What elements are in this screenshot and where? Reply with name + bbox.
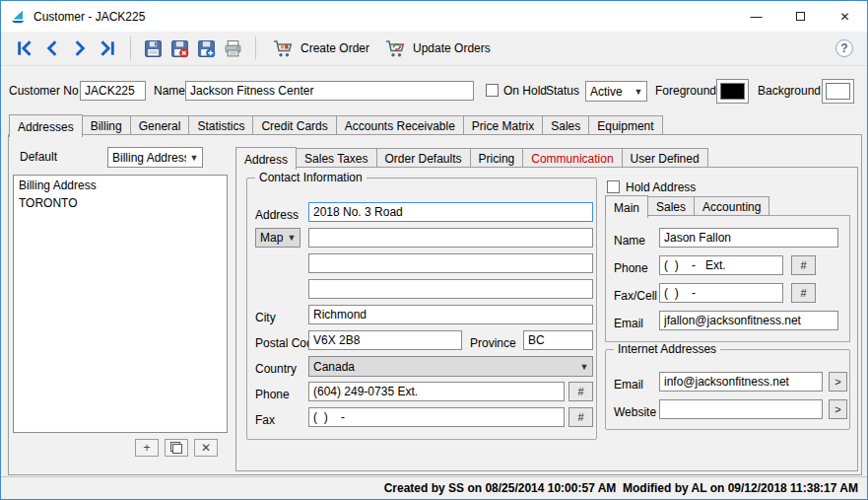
- address-line3-field[interactable]: [308, 253, 593, 273]
- hash-icon: #: [577, 386, 583, 397]
- hash-icon: #: [800, 287, 806, 299]
- tab-equipment[interactable]: Equipment: [588, 115, 662, 135]
- maximize-icon: [796, 12, 805, 21]
- app-logo-icon: [10, 9, 26, 25]
- print-button[interactable]: [220, 35, 246, 62]
- contact-email-field[interactable]: [659, 311, 838, 330]
- print-icon: [224, 39, 242, 58]
- save-button[interactable]: [140, 35, 167, 62]
- previous-record-button[interactable]: [38, 35, 66, 62]
- contact-phone-dial-button[interactable]: #: [791, 255, 816, 275]
- next-record-button[interactable]: [66, 35, 94, 62]
- main-tab-strip: Addresses Billing General Statistics Cre…: [9, 113, 662, 135]
- save-icon: [144, 39, 163, 58]
- tab-contact-sales[interactable]: Sales: [647, 196, 695, 216]
- contact-phone-label: Phone: [614, 258, 648, 278]
- background-color-swatch: [826, 83, 850, 100]
- default-address-dropdown[interactable]: Billing Address ▼: [107, 147, 203, 168]
- tab-billing[interactable]: Billing: [82, 115, 131, 135]
- foreground-color-button[interactable]: [716, 79, 749, 104]
- tab-user-defined[interactable]: User Defined: [622, 148, 708, 168]
- minimize-button[interactable]: —: [734, 1, 778, 32]
- save-new-button[interactable]: [193, 35, 220, 62]
- tab-contact-main[interactable]: Main: [605, 195, 648, 218]
- first-record-button[interactable]: [11, 35, 38, 62]
- country-value: Canada: [309, 360, 576, 374]
- contact-name-label: Name: [614, 231, 645, 250]
- tab-communication[interactable]: Communication: [522, 148, 622, 168]
- fax-field[interactable]: [308, 407, 565, 427]
- map-button[interactable]: Map ▼: [255, 228, 300, 248]
- default-address-value: Billing Address: [108, 151, 186, 165]
- tab-pricing[interactable]: Pricing: [470, 148, 524, 168]
- update-orders-label: Update Orders: [413, 41, 491, 55]
- status-dropdown[interactable]: Active ▼: [585, 81, 647, 102]
- phone-field[interactable]: [308, 382, 565, 401]
- city-label: City: [255, 308, 276, 327]
- tab-credit-cards[interactable]: Credit Cards: [252, 115, 336, 135]
- maximize-button[interactable]: [778, 1, 823, 32]
- on-hold-checkbox[interactable]: [486, 84, 499, 97]
- background-color-button[interactable]: [822, 79, 854, 104]
- go-icon: >: [835, 403, 840, 415]
- next-record-icon: [70, 38, 90, 58]
- save-close-button[interactable]: [167, 35, 193, 62]
- country-label: Country: [255, 359, 297, 379]
- default-address-label: Default: [20, 147, 57, 167]
- on-hold-label: On Hold: [503, 81, 547, 101]
- tab-statistics[interactable]: Statistics: [188, 115, 253, 135]
- update-orders-cart-icon: [385, 39, 407, 58]
- minimize-icon: —: [751, 10, 763, 24]
- tab-accounts-receivable[interactable]: Accounts Receivable: [336, 115, 464, 135]
- tab-general[interactable]: General: [130, 115, 190, 135]
- tab-sales-taxes[interactable]: Sales Taxes: [296, 148, 376, 168]
- tab-addresses[interactable]: Addresses: [9, 114, 83, 137]
- contact-fax-field[interactable]: [659, 283, 783, 303]
- hold-address-checkbox[interactable]: [607, 180, 620, 193]
- internet-email-field[interactable]: [659, 372, 823, 392]
- tab-order-defaults[interactable]: Order Defaults: [376, 148, 471, 168]
- customer-name-field[interactable]: [185, 81, 474, 101]
- update-orders-button[interactable]: Update Orders: [377, 35, 499, 62]
- fax-dial-button[interactable]: #: [568, 407, 593, 427]
- open-email-button[interactable]: >: [829, 372, 847, 392]
- address-line4-field[interactable]: [308, 279, 593, 299]
- phone-dial-button[interactable]: #: [568, 382, 593, 401]
- tab-address[interactable]: Address: [235, 147, 297, 170]
- internet-email-label: Email: [614, 375, 643, 394]
- tab-contact-accounting[interactable]: Accounting: [694, 196, 769, 216]
- city-field[interactable]: [308, 305, 593, 324]
- add-address-button[interactable]: +: [135, 439, 159, 457]
- contact-phone-field[interactable]: [659, 255, 783, 275]
- foreground-color-swatch: [720, 83, 745, 100]
- close-icon: ✕: [839, 10, 849, 24]
- contact-name-field[interactable]: [659, 228, 838, 248]
- last-record-button[interactable]: [94, 35, 121, 62]
- create-order-button[interactable]: Create Order: [265, 35, 377, 62]
- delete-address-button[interactable]: ✕: [194, 439, 218, 457]
- website-field[interactable]: [659, 399, 823, 419]
- customer-no-field[interactable]: [80, 81, 146, 101]
- help-button[interactable]: ?: [835, 39, 853, 57]
- country-dropdown[interactable]: Canada ▼: [308, 356, 593, 377]
- province-field[interactable]: [523, 330, 593, 350]
- toolbar-separator: [130, 36, 131, 60]
- toolbar: Create Order Update Orders ?: [1, 32, 867, 66]
- contact-information-title: Contact Information: [255, 171, 367, 184]
- save-new-icon: [197, 39, 216, 58]
- status-value: Active: [586, 85, 631, 99]
- close-button[interactable]: ✕: [823, 1, 867, 32]
- address-line2-field[interactable]: [308, 228, 593, 248]
- address-list-item[interactable]: TORONTO: [14, 194, 227, 212]
- open-website-button[interactable]: >: [829, 399, 847, 419]
- address-tab-strip: Address Sales Taxes Order Defaults Prici…: [235, 146, 707, 168]
- help-icon: ?: [840, 41, 847, 55]
- address-line1-field[interactable]: [308, 202, 593, 222]
- status-bar: Created by SS on 08/25/2014 10:00:57 AM …: [1, 476, 867, 499]
- tab-price-matrix[interactable]: Price Matrix: [463, 115, 543, 135]
- copy-address-button[interactable]: [165, 439, 188, 457]
- tab-sales[interactable]: Sales: [542, 115, 589, 135]
- contact-fax-dial-button[interactable]: #: [791, 283, 816, 303]
- address-list-item[interactable]: Billing Address: [14, 177, 227, 194]
- postal-code-field[interactable]: [308, 330, 462, 350]
